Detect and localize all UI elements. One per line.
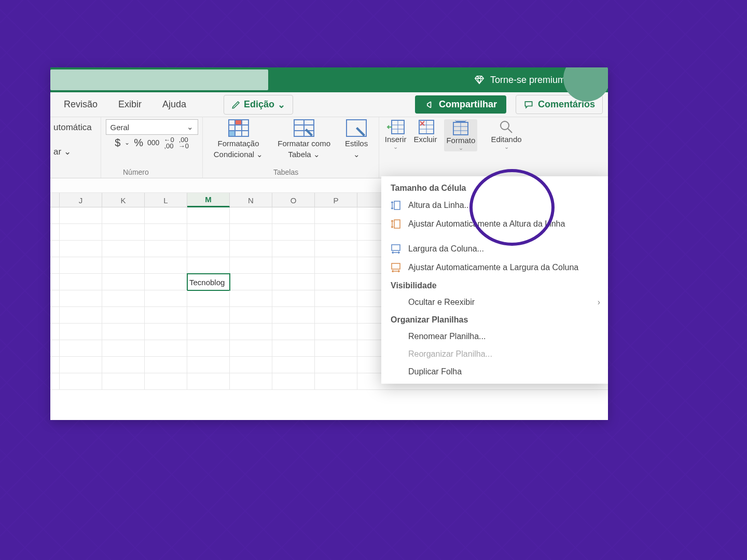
- cell-L-9[interactable]: [145, 357, 187, 373]
- dd-rename-sheet[interactable]: Renomear Planilha...: [381, 328, 608, 345]
- insert-cells-button[interactable]: Inserir ⌄: [385, 119, 407, 150]
- cell-J-4[interactable]: [60, 274, 102, 290]
- cell-M-0[interactable]: [187, 207, 230, 224]
- tab-revisao[interactable]: Revisão: [53, 94, 108, 115]
- premium-button[interactable]: Torne-se premium: [474, 74, 565, 86]
- column-header-M[interactable]: M: [187, 193, 230, 207]
- cell-P-10[interactable]: [315, 373, 357, 390]
- cell-O-10[interactable]: [272, 373, 315, 390]
- editing-button[interactable]: Editando ⌄: [491, 119, 521, 150]
- number-format-select[interactable]: Geral ⌄: [106, 119, 198, 135]
- cell-O-5[interactable]: [272, 290, 315, 307]
- merge-label[interactable]: ar ⌄: [53, 143, 71, 157]
- dd-duplicate-sheet[interactable]: Duplicar Folha: [381, 363, 608, 381]
- column-header-P[interactable]: P: [315, 193, 357, 207]
- cell-M-2[interactable]: [187, 241, 230, 257]
- cell-O-2[interactable]: [272, 241, 315, 257]
- column-header-K[interactable]: K: [102, 193, 145, 207]
- cell-L-2[interactable]: [145, 241, 187, 257]
- cell-N-9[interactable]: [230, 357, 272, 373]
- cell-J-10[interactable]: [60, 373, 102, 390]
- cell-N-2[interactable]: [230, 241, 272, 257]
- column-header-O[interactable]: O: [272, 193, 315, 207]
- cell-N-7[interactable]: [230, 324, 272, 340]
- column-header-J[interactable]: J: [60, 193, 102, 207]
- cell-O-1[interactable]: [272, 224, 315, 241]
- cell-O-9[interactable]: [272, 357, 315, 373]
- cell-P-3[interactable]: [315, 257, 357, 274]
- cell-N-0[interactable]: [230, 207, 272, 224]
- cell-J-1[interactable]: [60, 224, 102, 241]
- cell-L-5[interactable]: [145, 290, 187, 307]
- dd-col-width[interactable]: Largura da Coluna...: [381, 240, 608, 258]
- column-header-N[interactable]: N: [230, 193, 272, 207]
- cell-K-6[interactable]: [102, 307, 145, 324]
- cell-M-7[interactable]: [187, 324, 230, 340]
- cell-O-0[interactable]: [272, 207, 315, 224]
- cell-N-6[interactable]: [230, 307, 272, 324]
- cell-O-7[interactable]: [272, 324, 315, 340]
- cell-K-2[interactable]: [102, 241, 145, 257]
- cell-L-4[interactable]: [145, 274, 187, 290]
- share-button[interactable]: Compartilhar: [415, 95, 506, 114]
- dd-autofit-row[interactable]: Ajustar Automaticamente a Altura da Linh…: [381, 215, 608, 233]
- decrease-decimal-button[interactable]: ,00 →0: [178, 137, 189, 149]
- cell-N-5[interactable]: [230, 290, 272, 307]
- cell-M-10[interactable]: [187, 373, 230, 390]
- chevron-down-icon[interactable]: ⌄: [125, 139, 130, 151]
- cell-J-7[interactable]: [60, 324, 102, 340]
- cell-O-8[interactable]: [272, 340, 315, 357]
- cell-styles-button[interactable]: Estilos ⌄: [345, 119, 368, 159]
- cell-P-8[interactable]: [315, 340, 357, 357]
- cell-L-7[interactable]: [145, 324, 187, 340]
- cell-L-10[interactable]: [145, 373, 187, 390]
- cell-K-0[interactable]: [102, 207, 145, 224]
- cell-K-4[interactable]: [102, 274, 145, 290]
- cell-N-4[interactable]: [230, 274, 272, 290]
- cell-P-2[interactable]: [315, 241, 357, 257]
- cell-J-5[interactable]: [60, 290, 102, 307]
- cell-K-5[interactable]: [102, 290, 145, 307]
- currency-button[interactable]: $: [115, 137, 120, 149]
- cell-N-10[interactable]: [230, 373, 272, 390]
- cell-L-6[interactable]: [145, 307, 187, 324]
- cell-P-6[interactable]: [315, 307, 357, 324]
- cell-M-5[interactable]: [187, 290, 230, 307]
- cell-N-1[interactable]: [230, 224, 272, 241]
- cell-J-6[interactable]: [60, 307, 102, 324]
- conditional-formatting-button[interactable]: Formatação Condicional ⌄: [214, 119, 264, 159]
- cell-O-6[interactable]: [272, 307, 315, 324]
- cell-K-3[interactable]: [102, 257, 145, 274]
- dd-hide-show[interactable]: Ocultar e Reexibir ›: [381, 293, 608, 311]
- increase-decimal-button[interactable]: ←0 ,00: [163, 137, 174, 149]
- cell-L-1[interactable]: [145, 224, 187, 241]
- cell-K-9[interactable]: [102, 357, 145, 373]
- cell-N-8[interactable]: [230, 340, 272, 357]
- search-input[interactable]: [50, 69, 268, 90]
- cell-P-1[interactable]: [315, 224, 357, 241]
- cell-O-4[interactable]: [272, 274, 315, 290]
- cell-M-1[interactable]: [187, 224, 230, 241]
- tab-ajuda[interactable]: Ajuda: [152, 94, 197, 115]
- cell-P-9[interactable]: [315, 357, 357, 373]
- cell-P-4[interactable]: [315, 274, 357, 290]
- cell-N-3[interactable]: [230, 257, 272, 274]
- cell-O-3[interactable]: [272, 257, 315, 274]
- cell-J-0[interactable]: [60, 207, 102, 224]
- editing-mode-button[interactable]: Edição ⌄: [224, 95, 293, 115]
- cell-M-4[interactable]: Tecnoblog: [187, 274, 230, 290]
- cell-K-10[interactable]: [102, 373, 145, 390]
- format-cells-button[interactable]: Formato ⌄: [444, 119, 477, 151]
- cell-M-3[interactable]: [187, 257, 230, 274]
- thousands-button[interactable]: 000: [147, 138, 159, 151]
- cell-K-1[interactable]: [102, 224, 145, 241]
- cell-J-3[interactable]: [60, 257, 102, 274]
- cell-J-2[interactable]: [60, 241, 102, 257]
- cell-M-9[interactable]: [187, 357, 230, 373]
- cell-J-8[interactable]: [60, 340, 102, 357]
- cell-L-3[interactable]: [145, 257, 187, 274]
- cell-L-8[interactable]: [145, 340, 187, 357]
- cell-K-8[interactable]: [102, 340, 145, 357]
- cell-P-0[interactable]: [315, 207, 357, 224]
- wrap-text-label[interactable]: utomática: [53, 119, 92, 133]
